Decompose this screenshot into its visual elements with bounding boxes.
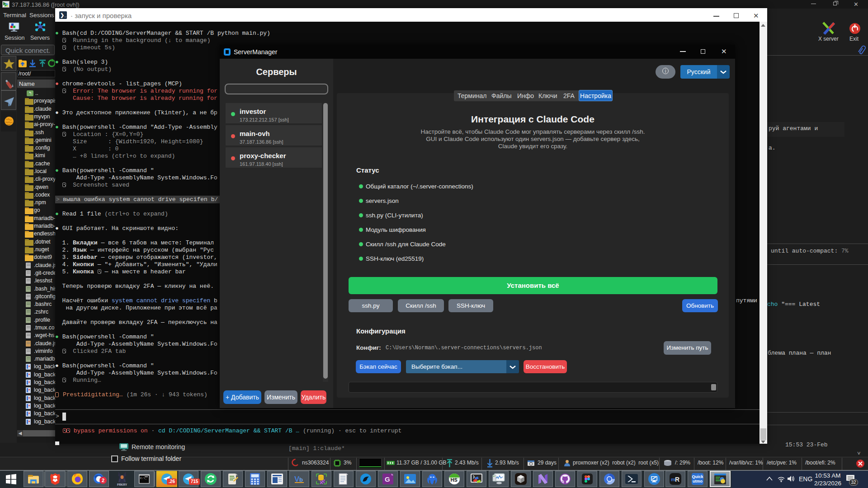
svg-text:utmo: utmo — [693, 479, 703, 483]
svg-text:b: b — [299, 476, 303, 483]
svg-text:R: R — [675, 476, 679, 483]
svg-text:FRKRY: FRKRY — [117, 483, 127, 486]
svg-text:G: G — [385, 475, 390, 483]
svg-text:HS: HS — [451, 477, 458, 483]
svg-text:Quick: Quick — [692, 474, 703, 479]
